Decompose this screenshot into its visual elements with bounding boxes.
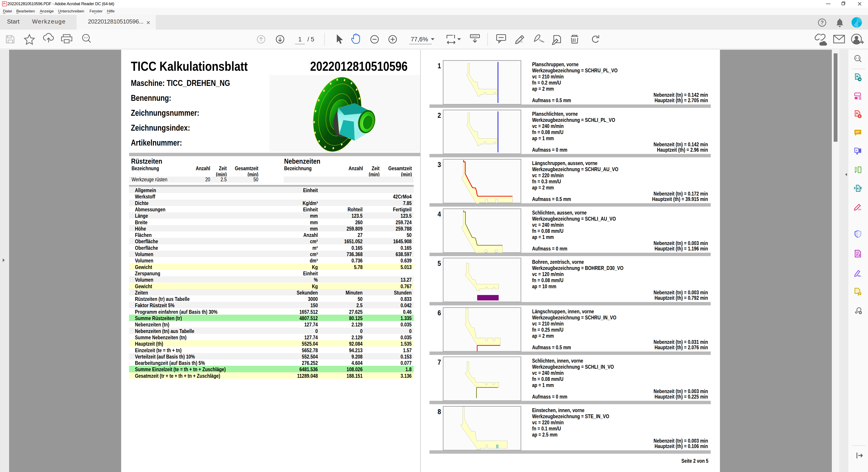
- svg-text:?: ?: [820, 20, 824, 26]
- svg-text:/ 5: / 5: [307, 36, 314, 43]
- svg-text:1: 1: [298, 36, 302, 43]
- svg-text:77,6%: 77,6%: [411, 36, 428, 43]
